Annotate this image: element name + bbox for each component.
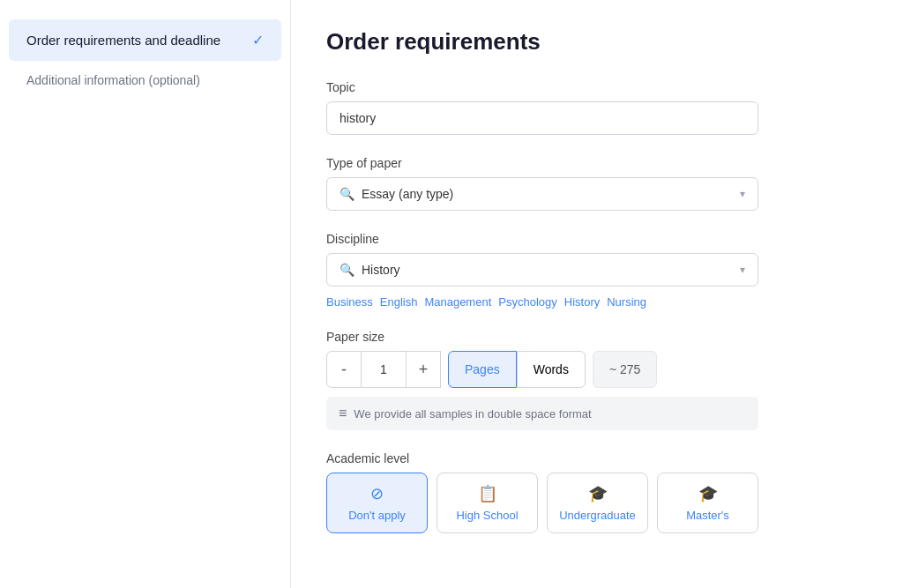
topic-label: Topic	[326, 80, 868, 94]
level-label-high-school: High School	[456, 509, 518, 522]
increment-button[interactable]: +	[406, 351, 441, 388]
discipline-field-group: Discipline 🔍 History ▾ Business English …	[326, 232, 868, 309]
quick-link-english[interactable]: English	[380, 295, 418, 309]
search-icon-discipline: 🔍	[340, 263, 354, 277]
unit-toggle: Pages Words	[448, 351, 586, 388]
paper-type-label: Type of paper	[326, 156, 868, 170]
paper-type-field-group: Type of paper 🔍 Essay (any type) ▾	[326, 156, 868, 211]
sidebar-item-additional-info[interactable]: Additional information (optional)	[9, 63, 281, 98]
discipline-select[interactable]: 🔍 History ▾	[326, 253, 758, 287]
quick-link-management[interactable]: Management	[424, 295, 491, 309]
search-icon-paper-type: 🔍	[340, 187, 354, 201]
sidebar-item-order-requirements[interactable]: Order requirements and deadline ✓	[9, 19, 281, 61]
academic-level-options: ⊘ Don't apply 📋 High School 🎓 Undergradu…	[326, 473, 758, 533]
high-school-icon: 📋	[478, 484, 497, 503]
decrement-button[interactable]: -	[326, 351, 362, 388]
quick-link-business[interactable]: Business	[326, 295, 373, 309]
quick-link-psychology[interactable]: Psychology	[498, 295, 556, 309]
pages-toggle-button[interactable]: Pages	[448, 351, 517, 388]
paper-size-field-group: Paper size - 1 + Pages Words ~ 275 ≡ We …	[326, 330, 868, 430]
level-card-masters[interactable]: 🎓 Master's	[657, 473, 758, 533]
discipline-label: Discipline	[326, 232, 868, 246]
dont-apply-icon: ⊘	[370, 484, 384, 503]
academic-level-label: Academic level	[326, 451, 868, 465]
level-card-dont-apply[interactable]: ⊘ Don't apply	[326, 473, 428, 533]
chevron-down-icon-paper-type: ▾	[740, 188, 745, 200]
stepper-value: 1	[362, 351, 406, 388]
sidebar-item-label-additional: Additional information (optional)	[26, 73, 200, 87]
words-toggle-button[interactable]: Words	[517, 351, 586, 388]
level-card-undergraduate[interactable]: 🎓 Undergraduate	[547, 473, 648, 533]
double-space-text: We provide all samples in double space f…	[354, 407, 591, 421]
masters-icon: 🎓	[698, 484, 718, 503]
academic-level-field-group: Academic level ⊘ Don't apply 📋 High Scho…	[326, 451, 868, 533]
double-space-info: ≡ We provide all samples in double space…	[326, 397, 758, 430]
line-spacing-icon: ≡	[339, 406, 347, 421]
discipline-quick-links: Business English Management Psychology H…	[326, 295, 758, 309]
main-content: Order requirements Topic Type of paper 🔍…	[291, 0, 903, 588]
quick-link-nursing[interactable]: Nursing	[607, 295, 646, 309]
quick-link-history[interactable]: History	[564, 295, 600, 309]
discipline-value: History	[362, 263, 400, 277]
page-title: Order requirements	[326, 28, 868, 56]
sidebar: Order requirements and deadline ✓ Additi…	[0, 0, 291, 588]
check-icon: ✓	[252, 32, 264, 48]
approx-count: ~ 275	[593, 351, 657, 388]
topic-input[interactable]	[326, 101, 758, 135]
sidebar-item-label-order: Order requirements and deadline	[26, 33, 220, 48]
topic-field-group: Topic	[326, 80, 868, 135]
level-label-masters: Master's	[686, 509, 729, 522]
paper-size-controls: - 1 + Pages Words ~ 275	[326, 351, 758, 388]
paper-type-select[interactable]: 🔍 Essay (any type) ▾	[326, 177, 758, 211]
paper-size-label: Paper size	[326, 330, 868, 344]
paper-type-value: Essay (any type)	[362, 187, 453, 201]
level-label-dont-apply: Don't apply	[348, 509, 406, 522]
level-label-undergraduate: Undergraduate	[559, 509, 636, 522]
level-card-high-school[interactable]: 📋 High School	[437, 473, 538, 533]
chevron-down-icon-discipline: ▾	[740, 264, 745, 276]
undergraduate-icon: 🎓	[588, 484, 608, 503]
